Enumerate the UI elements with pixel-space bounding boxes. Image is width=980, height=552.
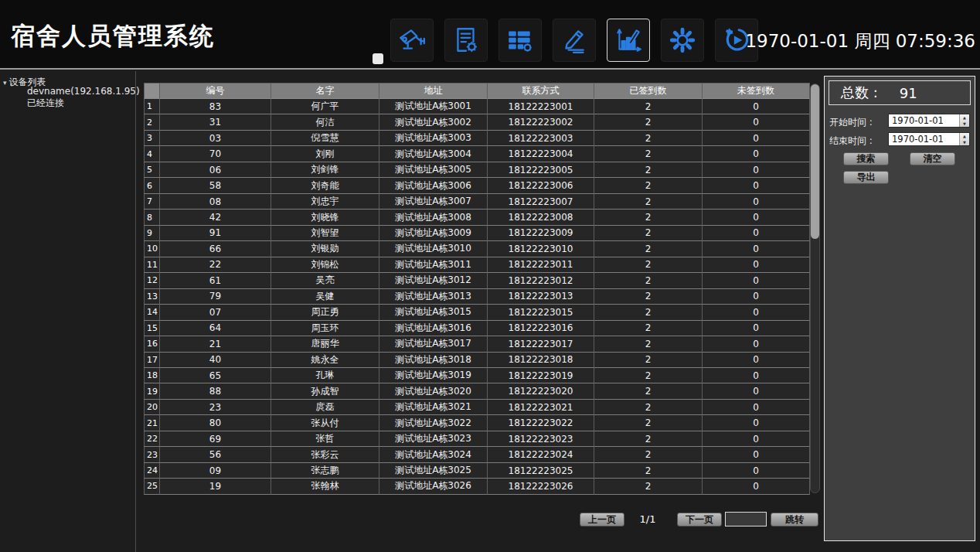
table-cell: 测试地址A栋3007	[379, 194, 488, 210]
table-row[interactable]: 1988孙成智测试地址A栋30201812222302020	[144, 383, 810, 399]
table-scrollbar[interactable]	[810, 83, 820, 493]
row-index-cell: 1	[144, 99, 160, 114]
table-cell: 2	[594, 431, 703, 447]
table-cell: 18122223024	[488, 447, 594, 462]
table-cell: 刘晓锋	[271, 210, 379, 225]
table-row[interactable]: 1621唐丽华测试地址A栋30171812222301720	[144, 336, 810, 352]
start-time-input[interactable]: 1970-01-01 ▲▼	[888, 114, 970, 128]
table-row[interactable]: 2023庹磊测试地址A栋30211812222302120	[144, 400, 810, 415]
row-index-cell: 17	[144, 353, 160, 368]
column-header[interactable]: 名字	[271, 83, 379, 99]
prev-page-button[interactable]: 上一页	[580, 513, 624, 526]
table-row[interactable]: 470刘刚测试地址A栋30041812222300420	[144, 146, 810, 162]
table-row[interactable]: 303倪雪慧测试地址A栋30031812222300320	[144, 131, 810, 146]
export-button[interactable]: 导出	[843, 171, 889, 184]
spin-down-icon[interactable]: ▼	[960, 139, 969, 145]
table-row[interactable]: 1066刘银勋测试地址A栋30101812222301020	[144, 241, 810, 257]
spin-down-icon[interactable]: ▼	[960, 121, 969, 127]
table-cell: 58	[160, 178, 271, 193]
table-row[interactable]: 506刘剑锋测试地址A栋30051812222300520	[144, 162, 810, 178]
table-cell: 0	[703, 479, 810, 494]
table-cell: 周玉环	[271, 321, 379, 336]
table-cell: 2	[594, 257, 703, 273]
datetime-display: 1970-01-01 周四 07:59:36	[745, 29, 975, 53]
table-row[interactable]: 708刘忠宇测试地址A栋30071812222300720	[144, 194, 810, 210]
column-header[interactable]: 未签到数	[703, 83, 810, 99]
table-cell: 18122223003	[488, 131, 594, 146]
start-time-spinner[interactable]: ▲▼	[959, 114, 969, 127]
search-button[interactable]: 搜索	[843, 152, 889, 165]
table-cell: 18122223010	[488, 241, 594, 257]
table-cell: 测试地址A栋3004	[379, 146, 488, 162]
toolbar-statistics-button[interactable]	[607, 19, 650, 62]
app-window: 宿舍人员管理系统	[0, 0, 980, 552]
table-cell: 2	[594, 226, 703, 241]
table-row[interactable]: 1379吴健测试地址A栋30131812222301320	[144, 289, 810, 305]
spin-up-icon[interactable]: ▲	[960, 133, 969, 139]
end-time-input[interactable]: 1970-01-01 ▲▼	[888, 132, 970, 146]
table-row[interactable]: 1407周正勇测试地址A栋30151812222301520	[144, 305, 810, 320]
table-cell: 何广平	[271, 99, 379, 114]
table-cell: 80	[160, 415, 271, 431]
table-cell: 2	[594, 415, 703, 431]
toolbar-camera-button[interactable]	[390, 19, 434, 62]
table-row[interactable]: 1564周玉环测试地址A栋30161812222301620	[144, 321, 810, 336]
clear-button[interactable]: 清空	[910, 152, 955, 165]
table-cell: 测试地址A栋3002	[379, 114, 488, 130]
next-page-button[interactable]: 下一页	[677, 513, 722, 526]
toolbar-handle[interactable]	[373, 53, 383, 64]
table-row[interactable]: 2180张从付测试地址A栋30221812222302220	[144, 415, 810, 431]
table-cell: 18122223001	[488, 99, 594, 114]
table-cell: 21	[160, 336, 271, 352]
table-row[interactable]: 1740姚永全测试地址A栋30181812222301820	[144, 353, 810, 368]
table-cell: 18122223007	[488, 194, 594, 210]
start-time-value: 1970-01-01	[889, 115, 959, 126]
table-row[interactable]: 842刘晓锋测试地址A栋30081812222300820	[144, 210, 810, 225]
table-cell: 唐丽华	[271, 336, 379, 352]
table-row[interactable]: 2519张翰林测试地址A栋30261812222302620	[144, 479, 810, 494]
row-index-cell: 11	[144, 257, 160, 273]
jump-page-input[interactable]	[725, 512, 767, 526]
table-row[interactable]: 991刘智望测试地址A栋30091812222300920	[144, 226, 810, 241]
toolbar-edit-button[interactable]	[553, 19, 596, 62]
column-header[interactable]: 联系方式	[488, 83, 594, 99]
table-row[interactable]: 231何洁测试地址A栋30021812222300220	[144, 114, 810, 130]
table-cell: 2	[594, 194, 703, 210]
jump-button[interactable]: 跳转	[771, 513, 818, 526]
end-time-spinner[interactable]: ▲▼	[959, 133, 969, 145]
row-index-cell: 13	[144, 289, 160, 305]
table-cell: 18122223008	[488, 210, 594, 225]
toolbar-report-button[interactable]	[444, 19, 488, 62]
spin-up-icon[interactable]: ▲	[960, 114, 969, 121]
table-cell: 2	[594, 383, 703, 399]
toolbar-datatable-button[interactable]	[499, 19, 542, 62]
table-row[interactable]: 2409张志鹏测试地址A栋30251812222302520	[144, 463, 810, 479]
table-row[interactable]: 2356张彩云测试地址A栋30241812222302420	[144, 447, 810, 462]
table-row[interactable]: 2269张哲测试地址A栋30231812222302320	[144, 431, 810, 447]
table-cell: 88	[160, 383, 271, 399]
column-header[interactable]: 地址	[379, 83, 488, 99]
table-row[interactable]: 1122刘锦松测试地址A栋30111812222301120	[144, 257, 810, 273]
column-header[interactable]: 已签到数	[594, 83, 703, 99]
table-cell: 测试地址A栋3010	[379, 241, 488, 257]
table-cell: 18122223018	[488, 353, 594, 368]
scrollbar-thumb[interactable]	[811, 84, 819, 239]
table-cell: 18122223015	[488, 305, 594, 320]
table-cell: 2	[594, 114, 703, 130]
row-index-cell: 7	[144, 194, 160, 210]
total-value: 91	[900, 85, 917, 101]
table-row[interactable]: 183何广平测试地址A栋30011812222300120	[144, 99, 810, 114]
table-cell: 测试地址A栋3021	[379, 400, 488, 415]
table-row[interactable]: 1865孔琳测试地址A栋30191812222301920	[144, 368, 810, 383]
table-cell: 31	[160, 114, 271, 130]
toolbar-settings-button[interactable]	[661, 19, 704, 62]
column-header[interactable]: 编号	[160, 83, 271, 99]
table-cell: 2	[594, 368, 703, 383]
table-row[interactable]: 658刘奇能测试地址A栋30061812222300620	[144, 178, 810, 193]
device-item[interactable]: devname(192.168.1.95) 已经连接	[27, 86, 140, 109]
table-row[interactable]: 1261吴亮测试地址A栋30121812222301220	[144, 273, 810, 288]
sidebar-divider	[135, 71, 136, 552]
table-cell: 69	[160, 431, 271, 447]
row-index-cell: 15	[144, 321, 160, 336]
table-cell: 2	[594, 162, 703, 178]
